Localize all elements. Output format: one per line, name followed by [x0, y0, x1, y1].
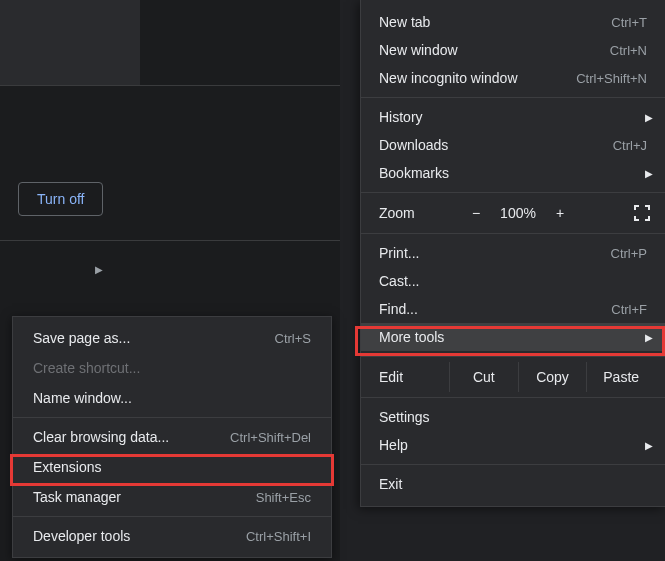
- zoom-out-button[interactable]: −: [459, 205, 493, 221]
- menu-separator: [361, 464, 665, 465]
- submenu-label: Developer tools: [33, 528, 130, 544]
- menu-item-downloads[interactable]: Downloads Ctrl+J: [361, 131, 665, 159]
- submenu-label: Task manager: [33, 489, 121, 505]
- menu-separator: [361, 397, 665, 398]
- submenu-item-task-manager[interactable]: Task manager Shift+Esc: [13, 482, 331, 512]
- zoom-label: Zoom: [379, 205, 459, 221]
- menu-separator: [361, 233, 665, 234]
- submenu-item-name-window[interactable]: Name window...: [13, 383, 331, 413]
- browser-main-menu: New tab Ctrl+T New window Ctrl+N New inc…: [360, 0, 665, 507]
- menu-label: New window: [379, 42, 458, 58]
- menu-label: Downloads: [379, 137, 448, 153]
- chevron-right-icon: ▶: [645, 168, 653, 179]
- chevron-right-icon: ▶: [645, 112, 653, 123]
- menu-label: Bookmarks: [379, 165, 449, 181]
- menu-item-settings[interactable]: Settings: [361, 403, 665, 431]
- menu-item-new-window[interactable]: New window Ctrl+N: [361, 36, 665, 64]
- menu-shortcut: Ctrl+T: [611, 15, 647, 30]
- menu-shortcut: Ctrl+Shift+N: [576, 71, 647, 86]
- submenu-item-create-shortcut: Create shortcut...: [13, 353, 331, 383]
- submenu-item-extensions[interactable]: Extensions: [13, 452, 331, 482]
- menu-item-zoom: Zoom − 100% +: [361, 198, 665, 228]
- chevron-right-icon: ▶: [645, 332, 653, 343]
- menu-item-new-tab[interactable]: New tab Ctrl+T: [361, 8, 665, 36]
- menu-item-more-tools[interactable]: More tools ▶: [361, 323, 665, 351]
- submenu-shortcut: Ctrl+Shift+I: [246, 529, 311, 544]
- paste-button[interactable]: Paste: [586, 362, 655, 392]
- menu-shortcut: Ctrl+J: [613, 138, 647, 153]
- submenu-label: Clear browsing data...: [33, 429, 169, 445]
- edit-label: Edit: [379, 369, 449, 385]
- submenu-shortcut: Shift+Esc: [256, 490, 311, 505]
- submenu-shortcut: Ctrl+S: [275, 331, 311, 346]
- menu-shortcut: Ctrl+F: [611, 302, 647, 317]
- menu-separator: [361, 97, 665, 98]
- menu-separator: [361, 356, 665, 357]
- turn-off-button[interactable]: Turn off: [18, 182, 103, 216]
- more-tools-submenu: Save page as... Ctrl+S Create shortcut..…: [12, 316, 332, 558]
- submenu-label: Create shortcut...: [33, 360, 140, 376]
- menu-label: Settings: [379, 409, 430, 425]
- menu-label: New incognito window: [379, 70, 518, 86]
- submenu-label: Name window...: [33, 390, 132, 406]
- menu-item-edit-row: Edit Cut Copy Paste: [361, 362, 665, 392]
- chevron-right-icon: ▶: [645, 440, 653, 451]
- background-tab-area: [0, 0, 140, 85]
- menu-item-history[interactable]: History ▶: [361, 103, 665, 131]
- menu-item-exit[interactable]: Exit: [361, 470, 665, 498]
- submenu-label: Extensions: [33, 459, 101, 475]
- menu-label: Help: [379, 437, 408, 453]
- divider: [0, 85, 340, 86]
- submenu-label: Save page as...: [33, 330, 130, 346]
- menu-label: History: [379, 109, 423, 125]
- zoom-in-button[interactable]: +: [543, 205, 577, 221]
- menu-label: More tools: [379, 329, 444, 345]
- chevron-right-icon: ▶: [95, 264, 103, 275]
- menu-label: Cast...: [379, 273, 419, 289]
- menu-item-bookmarks[interactable]: Bookmarks ▶: [361, 159, 665, 187]
- submenu-item-developer-tools[interactable]: Developer tools Ctrl+Shift+I: [13, 521, 331, 551]
- submenu-separator: [13, 516, 331, 517]
- menu-item-new-incognito[interactable]: New incognito window Ctrl+Shift+N: [361, 64, 665, 92]
- menu-label: Find...: [379, 301, 418, 317]
- menu-item-print[interactable]: Print... Ctrl+P: [361, 239, 665, 267]
- submenu-separator: [13, 417, 331, 418]
- divider: [0, 240, 340, 241]
- menu-label: New tab: [379, 14, 430, 30]
- copy-button[interactable]: Copy: [518, 362, 587, 392]
- menu-item-cast[interactable]: Cast...: [361, 267, 665, 295]
- menu-shortcut: Ctrl+P: [611, 246, 647, 261]
- submenu-item-clear-browsing-data[interactable]: Clear browsing data... Ctrl+Shift+Del: [13, 422, 331, 452]
- menu-label: Exit: [379, 476, 402, 492]
- menu-shortcut: Ctrl+N: [610, 43, 647, 58]
- submenu-item-save-page[interactable]: Save page as... Ctrl+S: [13, 323, 331, 353]
- menu-separator: [361, 192, 665, 193]
- cut-button[interactable]: Cut: [449, 362, 518, 392]
- submenu-shortcut: Ctrl+Shift+Del: [230, 430, 311, 445]
- menu-item-help[interactable]: Help ▶: [361, 431, 665, 459]
- fullscreen-icon[interactable]: [633, 204, 651, 222]
- menu-item-find[interactable]: Find... Ctrl+F: [361, 295, 665, 323]
- zoom-value: 100%: [493, 205, 543, 221]
- menu-label: Print...: [379, 245, 419, 261]
